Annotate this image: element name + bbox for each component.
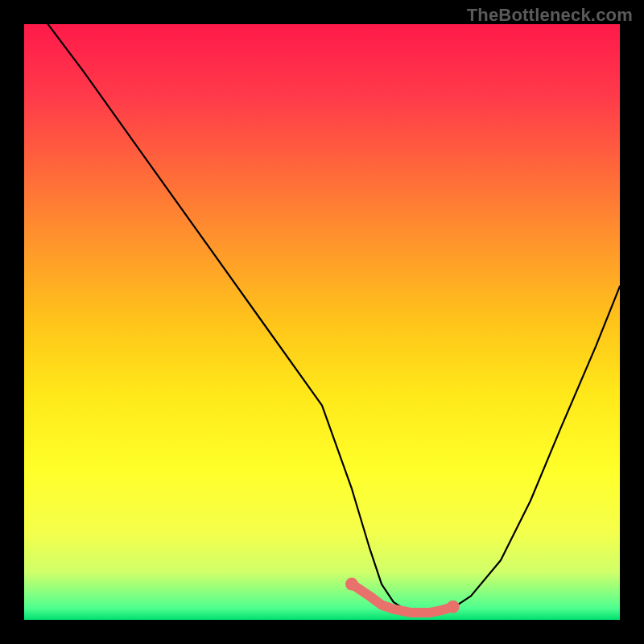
watermark-text: TheBottleneck.com bbox=[467, 5, 633, 26]
optimal-range-markers bbox=[345, 578, 460, 613]
curve-svg bbox=[24, 24, 620, 620]
optimal-range-dot bbox=[345, 578, 358, 591]
optimal-range-highlight bbox=[352, 584, 453, 613]
chart-stage: TheBottleneck.com bbox=[0, 0, 644, 644]
plot-area bbox=[24, 24, 620, 620]
bottleneck-curve bbox=[48, 24, 620, 614]
optimal-range-dot bbox=[447, 601, 460, 613]
